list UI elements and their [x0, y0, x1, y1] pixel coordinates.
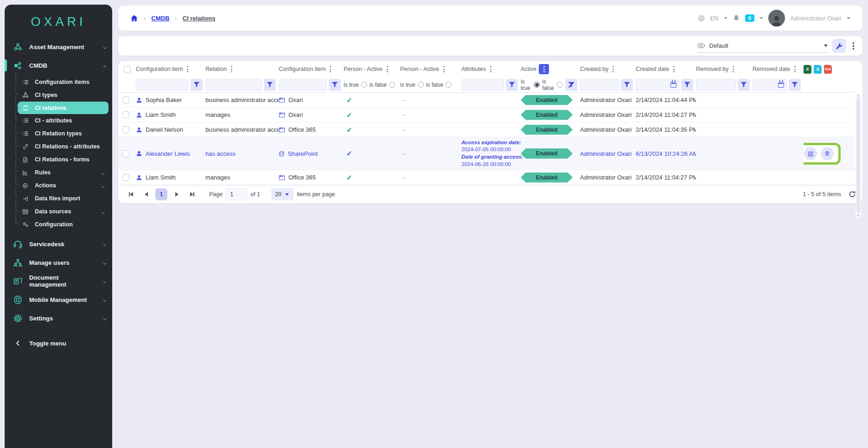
chevron-down-icon [103, 295, 107, 304]
sidebar-item-label: Asset Management [29, 44, 84, 51]
nodes-icon [12, 41, 23, 52]
sidebar-item-cmdb[interactable]: CMDB [5, 56, 112, 75]
sidebar-item-configuration[interactable]: Configuration [18, 218, 108, 231]
sidebar-item-manage-users[interactable]: Manage users [5, 253, 112, 272]
filter-funnel-button[interactable] [621, 79, 633, 91]
export-pdf-icon[interactable]: PDF [824, 65, 832, 74]
filter-input-created-by[interactable] [580, 79, 619, 91]
filter-funnel-button[interactable] [738, 79, 750, 91]
view-selector[interactable]: Default [697, 39, 828, 53]
toggle-menu-button[interactable]: Toggle menu [5, 334, 112, 352]
row-checkbox[interactable] [122, 126, 129, 133]
language-selector[interactable]: EN [710, 15, 719, 22]
filter-input-config2[interactable] [279, 79, 327, 91]
sidebar-item-configuration-items[interactable]: Configuration items [18, 76, 108, 89]
sidebar-item-ci-relations[interactable]: CI relations [18, 102, 108, 114]
radio-is-false[interactable] [557, 82, 563, 88]
last-page-button[interactable] [186, 188, 198, 200]
chevron-down-icon[interactable] [847, 17, 850, 19]
column-menu-button[interactable] [611, 64, 616, 74]
row-checkbox[interactable] [122, 150, 129, 157]
clear-filter-button[interactable] [565, 79, 577, 91]
sidebar-item-document-management[interactable]: Document management [5, 272, 112, 290]
previous-page-button[interactable] [140, 188, 152, 200]
delete-button[interactable] [820, 147, 834, 160]
sidebar-item-ci-attributes[interactable]: CI - attributes [18, 114, 108, 127]
column-menu-button[interactable] [229, 64, 234, 74]
next-page-button[interactable] [171, 188, 183, 200]
sidebar-item-actions[interactable]: Actions [18, 179, 108, 192]
sidebar-item-ci-types[interactable]: CI types [18, 89, 108, 102]
column-header: Created date [636, 66, 669, 72]
export-excel-icon[interactable]: X [804, 65, 811, 74]
toolbar-menu-button[interactable] [851, 40, 856, 51]
column-menu-button[interactable] [488, 64, 493, 74]
table-row-highlighted[interactable]: Alexander Lewis has access SharePoint ✓ … [118, 137, 855, 170]
filter-funnel-button[interactable] [506, 79, 518, 91]
filter-funnel-button[interactable] [264, 79, 276, 91]
column-menu-button-active[interactable] [539, 64, 549, 74]
chevron-down-icon [102, 207, 105, 216]
filter-input-attributes[interactable] [461, 79, 504, 91]
calendar-icon[interactable] [670, 82, 677, 88]
row-checkbox[interactable] [122, 174, 129, 181]
table-row[interactable]: Daniel Nelson business administrator acc… [118, 122, 855, 137]
filter-input-config1[interactable] [136, 79, 189, 91]
breadcrumb-link-cmdb[interactable]: CMDB [151, 15, 169, 22]
first-page-button[interactable] [125, 188, 137, 200]
home-icon[interactable] [130, 14, 138, 22]
scroll-down-icon[interactable]: ▼ [857, 214, 860, 217]
column-menu-button[interactable] [731, 64, 736, 74]
page-number-button[interactable]: 1 [155, 188, 167, 200]
edit-button[interactable] [804, 147, 817, 160]
radio-is-false[interactable] [446, 82, 452, 88]
sidebar-item-ci-relations-forms[interactable]: CI Relations - forms [18, 153, 108, 166]
column-menu-button[interactable] [792, 64, 798, 74]
filter-funnel-button[interactable] [789, 79, 801, 91]
customize-button[interactable] [832, 39, 846, 53]
filter-input-relation[interactable] [205, 79, 262, 91]
sidebar-item-settings[interactable]: Settings [5, 309, 112, 327]
settings-gear-icon[interactable] [697, 14, 705, 22]
filter-funnel-button[interactable] [329, 79, 341, 91]
chevron-down-icon[interactable] [760, 17, 763, 19]
sidebar-item-ci-relations-attributes[interactable]: CI Relations - attributes [18, 140, 108, 153]
filter-input-removed-by[interactable] [696, 79, 736, 91]
page-input[interactable] [226, 188, 247, 200]
column-menu-button[interactable] [185, 64, 190, 74]
table-row[interactable]: Sophia Baker business administrator acce… [118, 93, 855, 108]
select-all-checkbox[interactable] [124, 66, 131, 73]
filter-funnel-button[interactable] [191, 79, 203, 91]
column-menu-button[interactable] [671, 64, 677, 74]
sidebar-item-asset-management[interactable]: Asset Management [5, 38, 112, 56]
calendar-icon[interactable] [778, 82, 784, 88]
sidebar-item-data-files-import[interactable]: Data files import [18, 192, 108, 205]
sidebar-item-data-sources[interactable]: Data sources [18, 205, 108, 218]
export-csv-icon[interactable]: X [814, 65, 822, 74]
sidebar-item-servicedesk[interactable]: Servicedesk [5, 235, 112, 253]
radio-is-true[interactable] [361, 82, 367, 88]
column-menu-button[interactable] [441, 64, 447, 74]
column-menu-button[interactable] [385, 64, 390, 74]
chevron-down-icon [102, 168, 105, 177]
radio-is-true-checked[interactable] [534, 82, 540, 88]
sidebar-item-rules[interactable]: Rules [18, 166, 108, 179]
scroll-up-icon[interactable]: ▲ [857, 94, 860, 97]
radio-is-true[interactable] [418, 82, 424, 88]
bell-icon[interactable] [733, 14, 740, 22]
page-size-select[interactable]: 20 [271, 188, 294, 200]
column-menu-button[interactable] [328, 64, 333, 74]
filter-funnel-button[interactable] [681, 79, 693, 91]
refresh-button[interactable] [849, 191, 856, 198]
chevron-down-icon[interactable] [724, 17, 728, 19]
table-row[interactable]: Liam Smith manages Office 365 ✓ - Enable… [118, 170, 855, 185]
row-checkbox[interactable] [122, 96, 129, 103]
user-name[interactable]: Administrator Oxari [790, 15, 842, 22]
sidebar-item-ci-relation-types[interactable]: CI Relation types [18, 127, 108, 140]
table-row[interactable]: Liam Smith manages Oxari ✓ - Enabled Adm… [118, 108, 855, 122]
radio-is-false[interactable] [389, 82, 395, 88]
row-checkbox[interactable] [122, 111, 129, 118]
list-icon [22, 117, 30, 124]
avatar[interactable] [768, 10, 785, 26]
sidebar-item-mobile-management[interactable]: Mobile Management [5, 290, 112, 309]
